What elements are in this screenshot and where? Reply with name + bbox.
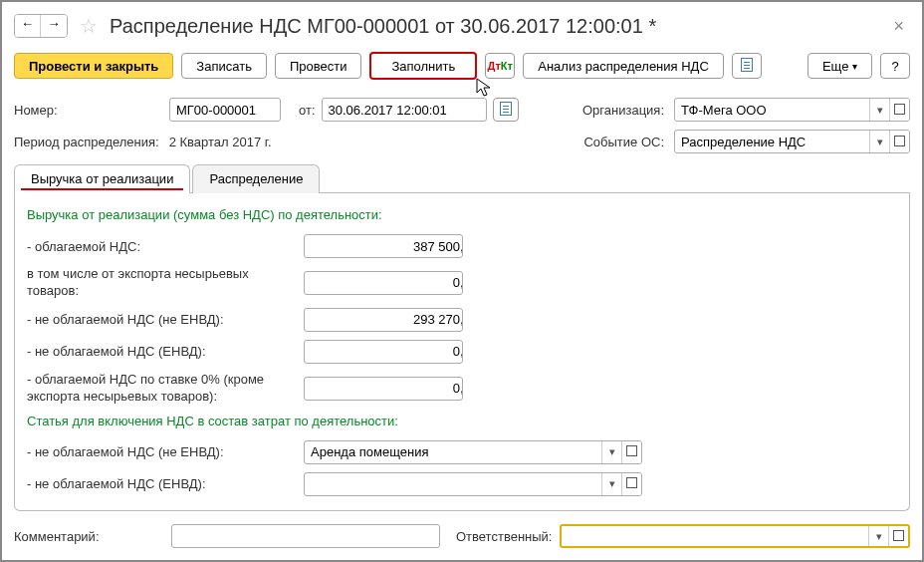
cost-envd-label: - не облагаемой НДС (ЕНВД): xyxy=(27,476,294,491)
not-taxed-envd-label: - не облагаемой НДС (ЕНВД): xyxy=(27,344,294,359)
write-button[interactable]: Записать xyxy=(181,53,267,79)
cost-not-envd-dropdown[interactable]: ▾ xyxy=(601,441,621,463)
export-input[interactable] xyxy=(305,272,463,294)
tab-revenue[interactable]: Выручка от реализации xyxy=(14,164,190,193)
nav-group: ← → xyxy=(14,14,68,38)
help-button[interactable]: ? xyxy=(880,53,910,79)
section-revenue-title: Выручка от реализации (сумма без НДС) по… xyxy=(27,207,897,222)
cost-not-envd-group: ▾ xyxy=(304,440,642,464)
export-label: в том числе от экспорта несырьевых товар… xyxy=(27,266,294,300)
zero-rate-group xyxy=(304,377,463,401)
expand-icon xyxy=(894,104,905,117)
close-button[interactable]: × xyxy=(887,16,910,37)
event-open-button[interactable] xyxy=(889,131,909,152)
responsible-dropdown[interactable]: ▾ xyxy=(868,526,888,546)
tabs: Выручка от реализации Распределение xyxy=(14,163,910,193)
responsible-open[interactable] xyxy=(888,526,908,546)
doc-icon xyxy=(500,102,512,118)
event-input-group: ▾ xyxy=(674,130,910,153)
post-button[interactable]: Провести xyxy=(275,53,362,79)
cost-not-envd-label: - не облагаемой НДС (не ЕНВД): xyxy=(27,444,294,459)
vat-taxed-label: - облагаемой НДС: xyxy=(27,239,294,254)
cost-not-envd-open[interactable] xyxy=(621,441,641,463)
expand-icon xyxy=(893,530,904,543)
section-cost-title: Статья для включения НДС в состав затрат… xyxy=(27,414,897,428)
event-dropdown-button[interactable]: ▾ xyxy=(869,131,889,152)
post-and-close-button[interactable]: Провести и закрыть xyxy=(14,53,173,79)
responsible-label: Ответственный: xyxy=(456,529,552,544)
not-taxed-not-envd-group xyxy=(304,308,463,332)
cost-envd-input[interactable] xyxy=(305,473,601,495)
analysis-button[interactable]: Анализ распределения НДС xyxy=(523,53,724,79)
org-label: Организация: xyxy=(582,103,664,118)
number-input[interactable] xyxy=(169,98,281,122)
comment-label: Комментарий: xyxy=(14,529,163,544)
cost-envd-group: ▾ xyxy=(304,472,642,496)
not-taxed-envd-input[interactable] xyxy=(305,341,463,363)
titlebar: ← → ☆ Распределение НДС МГ00-000001 от 3… xyxy=(14,10,910,48)
tab-content-revenue: Выручка от реализации (сумма без НДС) по… xyxy=(14,193,910,511)
responsible-group: ▾ xyxy=(560,524,910,548)
expand-icon xyxy=(626,477,637,490)
forward-button[interactable]: → xyxy=(41,15,67,37)
org-open-button[interactable] xyxy=(889,99,909,121)
header-row-1: Номер: от: Организация: ▾ xyxy=(14,94,910,126)
expand-icon xyxy=(626,445,637,458)
cost-not-envd-input[interactable] xyxy=(305,441,601,463)
document-window: ← → ☆ Распределение НДС МГ00-000001 от 3… xyxy=(0,0,924,562)
comment-input[interactable] xyxy=(171,524,440,548)
vat-taxed-group xyxy=(304,234,463,258)
toolbar: Провести и закрыть Записать Провести Зап… xyxy=(14,48,910,94)
org-dropdown-button[interactable]: ▾ xyxy=(869,99,889,121)
header-row-2: Период распределения: 2 Квартал 2017 г. … xyxy=(14,126,910,157)
report-icon-button[interactable] xyxy=(732,53,762,79)
dtkt-button[interactable]: ДтКт xyxy=(485,53,515,79)
from-label: от: xyxy=(299,103,316,118)
period-value: 2 Квартал 2017 г. xyxy=(169,135,272,149)
org-input[interactable] xyxy=(675,99,869,121)
footer-row: Комментарий: Ответственный: ▾ xyxy=(14,524,910,548)
fill-button[interactable]: Заполнить xyxy=(369,52,477,80)
date-input-group xyxy=(322,98,487,122)
tab-distribution[interactable]: Распределение xyxy=(192,164,320,193)
period-label: Период распределения: xyxy=(14,135,159,149)
org-input-group: ▾ xyxy=(674,98,910,122)
print-doc-button[interactable] xyxy=(493,98,519,122)
cost-envd-dropdown[interactable]: ▾ xyxy=(601,473,621,495)
not-taxed-not-envd-input[interactable] xyxy=(305,309,463,331)
not-taxed-envd-group xyxy=(304,340,463,364)
zero-rate-label: - облагаемой НДС по ставке 0% (кроме экс… xyxy=(27,372,294,406)
page-title: Распределение НДС МГ00-000001 от 30.06.2… xyxy=(110,15,879,38)
cost-envd-open[interactable] xyxy=(621,473,641,495)
vat-taxed-input[interactable] xyxy=(305,235,463,257)
number-label: Номер: xyxy=(14,103,163,118)
export-group xyxy=(304,271,463,295)
responsible-input[interactable] xyxy=(562,526,868,546)
expand-icon xyxy=(894,136,905,148)
not-taxed-not-envd-label: - не облагаемой НДС (не ЕНВД): xyxy=(27,312,294,327)
zero-rate-input[interactable] xyxy=(305,378,463,400)
favorite-icon[interactable]: ☆ xyxy=(80,14,98,38)
chevron-down-icon: ▾ xyxy=(852,61,857,72)
date-input[interactable] xyxy=(323,99,487,121)
document-icon xyxy=(741,58,753,74)
more-button[interactable]: Еще ▾ xyxy=(808,53,872,79)
event-input[interactable] xyxy=(675,131,869,152)
event-label: Событие ОС: xyxy=(583,135,664,149)
back-button[interactable]: ← xyxy=(15,15,41,37)
